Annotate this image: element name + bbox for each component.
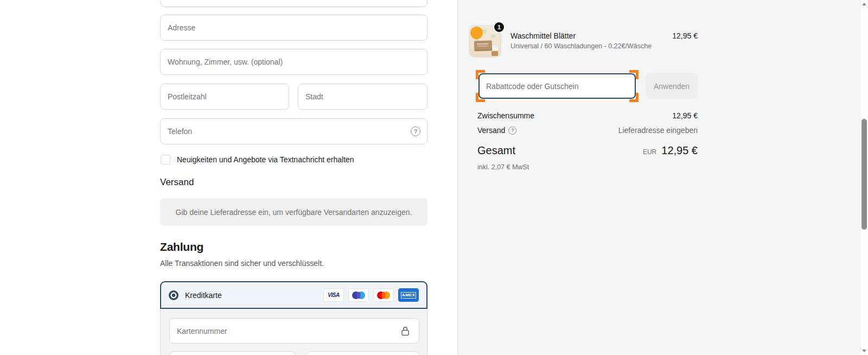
scroll-up-arrow-icon[interactable]: [862, 3, 866, 5]
shipping-notice-text: Gib deine Lieferadresse ein, um verfügba…: [176, 208, 412, 217]
product-price: 12,95 €: [672, 31, 698, 40]
phone-help-icon[interactable]: ?: [411, 126, 420, 136]
scroll-down-arrow-icon[interactable]: [862, 350, 866, 352]
total-currency: EUR: [643, 148, 656, 156]
credit-card-label: Kreditkarte: [185, 291, 222, 300]
total-value: 12,95 €: [661, 144, 698, 157]
product-box-shape: [474, 40, 493, 51]
sms-optin-row: Neuigkeiten und Angebote via Textnachric…: [161, 155, 354, 164]
pattern-dot: [491, 34, 495, 38]
shipping-notice: Gib deine Lieferadresse ein, um verfügba…: [160, 198, 427, 226]
card-brand-list: VISA AMEX: [323, 288, 419, 302]
apartment-input[interactable]: [160, 49, 427, 75]
previous-field-partial[interactable]: [160, 0, 427, 7]
mastercard-overlap: [382, 291, 386, 299]
shipping-heading: Versand: [160, 177, 194, 188]
amex-icon: AMEX: [398, 288, 419, 302]
visa-label: VISA: [328, 292, 339, 298]
discount-field-wrap: [478, 73, 636, 99]
visa-icon: VISA: [323, 288, 344, 302]
card-number-input[interactable]: [169, 318, 419, 344]
orange-sticker: [470, 27, 483, 39]
maestro-icon: [348, 288, 369, 302]
discount-code-input[interactable]: [478, 73, 636, 99]
credit-card-radio[interactable]: [169, 290, 178, 300]
address-input[interactable]: [160, 15, 427, 41]
sms-optin-label: Neuigkeiten und Angebote via Textnachric…: [177, 155, 354, 164]
apply-discount-button[interactable]: Anwenden: [646, 73, 698, 99]
payment-heading: Zahlung: [160, 240, 203, 253]
shipping-value: Lieferadresse eingeben: [618, 126, 698, 135]
checkout-form-panel: ? Neuigkeiten und Angebote via Textnachr…: [0, 0, 458, 355]
credit-card-option[interactable]: Kreditkarte VISA: [160, 281, 427, 309]
annotation-corner-bottom-left: [476, 93, 485, 102]
form-column: ? Neuigkeiten und Angebote via Textnachr…: [160, 0, 427, 355]
sms-optin-checkbox[interactable]: [161, 155, 170, 164]
phone-field-wrap: ?: [160, 118, 427, 144]
lock-icon: [401, 326, 410, 336]
payment-method-box: Kreditkarte VISA: [160, 281, 427, 355]
card-security-input[interactable]: [307, 351, 419, 355]
total-row: Gesamt EUR 12,95 €: [477, 144, 698, 157]
shipping-help-icon[interactable]: ?: [508, 126, 516, 135]
product-thumbnail: 1: [469, 26, 501, 57]
amex-label: AMEX: [401, 292, 416, 299]
payment-subtitle: Alle Transaktionen sind sicher und versc…: [160, 259, 324, 268]
annotation-corner-top-left: [476, 70, 485, 79]
card-expiry-input[interactable]: [169, 351, 296, 355]
quantity-badge: 1: [493, 21, 505, 33]
order-summary-content: 1 Waschmittel Blätter Universal / 60 Was…: [477, 0, 698, 355]
subtotal-label: Zwischensumme: [477, 111, 534, 120]
product-title: Waschmittel Blätter: [510, 31, 576, 40]
zip-input[interactable]: [160, 84, 289, 110]
scrollbar-thumb[interactable]: [861, 119, 867, 230]
credit-card-form: [160, 309, 427, 355]
maestro-overlap: [357, 291, 361, 299]
city-input[interactable]: [298, 84, 427, 110]
subtotal-value: 12,95 €: [672, 111, 698, 120]
product-variant: Universal / 60 Waschladungen - 0.22€/Wäs…: [510, 42, 652, 50]
total-label: Gesamt: [477, 144, 515, 157]
shipping-label: Versand: [477, 126, 505, 135]
towel-shape: [492, 43, 499, 50]
phone-input[interactable]: [160, 118, 427, 144]
shipping-row: Versand ? Lieferadresse eingeben: [477, 126, 698, 135]
mastercard-icon: [373, 288, 394, 302]
subtotal-row: Zwischensumme 12,95 €: [477, 111, 698, 120]
scrollbar-track[interactable]: [860, 0, 868, 355]
annotation-corner-bottom-right: [629, 93, 639, 102]
stool-shape: [492, 51, 498, 56]
tax-note: inkl. 2,07 € MwSt: [477, 163, 529, 171]
annotation-corner-top-right: [629, 70, 639, 79]
order-summary-panel: 1 Waschmittel Blätter Universal / 60 Was…: [458, 0, 860, 355]
